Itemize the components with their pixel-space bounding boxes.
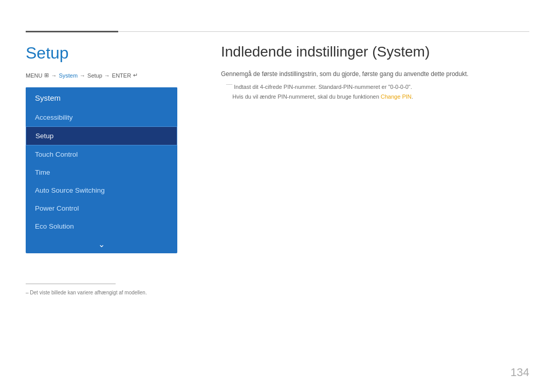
content-title: Indledende indstillinger (System) bbox=[221, 44, 529, 60]
footnote: – Det viste billede kan variere afhængig… bbox=[26, 290, 147, 295]
chevron-down-icon: ⌄ bbox=[98, 239, 105, 249]
enter-icon: ↵ bbox=[133, 72, 138, 79]
breadcrumb-arrow-2: → bbox=[80, 72, 85, 79]
change-pin-link[interactable]: Change PIN bbox=[381, 94, 412, 100]
sidebar-item-accessibility[interactable]: Accessibility bbox=[26, 108, 177, 126]
breadcrumb-system[interactable]: System bbox=[59, 72, 78, 79]
sidebar-item-time[interactable]: Time bbox=[26, 163, 177, 181]
sidebar-item-eco-solution[interactable]: Eco Solution bbox=[26, 217, 177, 235]
breadcrumb: MENU ⊞ → System → Setup → ENTER ↵ bbox=[26, 72, 138, 79]
note-text-1: Indtast dit 4-cifrede PIN-nummer. Standa… bbox=[234, 84, 412, 90]
page-number: 134 bbox=[510, 366, 529, 379]
breadcrumb-arrow-1: → bbox=[51, 72, 57, 79]
sidebar-chevron-down[interactable]: ⌄ bbox=[26, 235, 177, 253]
sidebar-item-power-control[interactable]: Power Control bbox=[26, 199, 177, 217]
breadcrumb-arrow-3: → bbox=[104, 72, 110, 79]
content-note-1: ¯¯ Indtast dit 4-cifrede PIN-nummer. Sta… bbox=[221, 82, 529, 92]
main-content: Indledende indstillinger (System) Gennem… bbox=[221, 44, 529, 102]
top-line-right bbox=[118, 31, 529, 32]
note-prefix-1: ¯¯ bbox=[226, 84, 234, 90]
sidebar-item-auto-source-switching[interactable]: Auto Source Switching bbox=[26, 181, 177, 199]
menu-grid-icon: ⊞ bbox=[44, 72, 49, 79]
top-line-left bbox=[26, 31, 118, 32]
menu-icon: MENU bbox=[26, 72, 42, 79]
sidebar-item-touch-control[interactable]: Touch Control bbox=[26, 145, 177, 163]
content-description: Gennemgå de første indstillingstrin, som… bbox=[221, 69, 529, 79]
sidebar-header: System bbox=[26, 87, 177, 108]
top-lines bbox=[26, 31, 529, 32]
sidebar-item-setup[interactable]: Setup bbox=[26, 126, 177, 145]
breadcrumb-enter: ENTER bbox=[112, 72, 131, 79]
sidebar: System Accessibility Setup Touch Control… bbox=[26, 87, 177, 253]
note-text-2-prefix: Hvis du vil ændre PIN-nummeret, skal du … bbox=[232, 94, 381, 100]
breadcrumb-setup[interactable]: Setup bbox=[87, 72, 102, 79]
note-indent bbox=[226, 94, 232, 100]
page-title: Setup bbox=[26, 44, 69, 63]
content-note-2: Hvis du vil ændre PIN-nummeret, skal du … bbox=[221, 92, 529, 102]
note-text-2-suffix: . bbox=[412, 94, 413, 100]
footnote-line bbox=[26, 284, 116, 284]
